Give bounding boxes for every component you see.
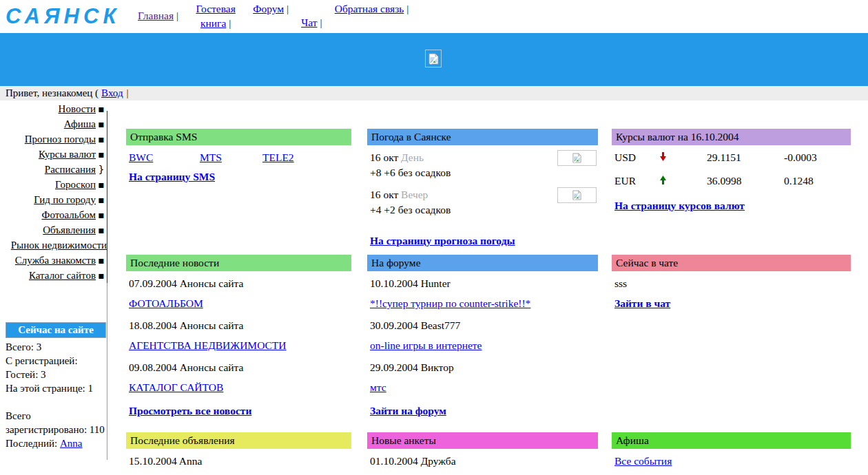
nav-item-guestbook: Гостевая книга| bbox=[191, 1, 240, 30]
afisha-clipped-link[interactable]: И bbox=[614, 472, 851, 475]
online-on-this-page: На этой странице: 1 bbox=[6, 381, 110, 395]
forum-date: 30.09.2004 bbox=[370, 319, 418, 331]
nav-item-forum: Форум| bbox=[253, 1, 289, 16]
weather-row-day: 16 окт День +8 +6 без осадков bbox=[370, 150, 598, 180]
sidebar-divider-line bbox=[107, 111, 107, 283]
profile-date: 01.10.2004 bbox=[370, 455, 418, 467]
sidebar-link-photoalbum[interactable]: Фотоальбом bbox=[42, 207, 96, 222]
panel-news-header: Последние новости bbox=[126, 255, 351, 271]
chat-users: sss bbox=[614, 276, 851, 291]
nav-separator: | bbox=[287, 3, 289, 14]
all-news-link[interactable]: Просмотреть все новости bbox=[129, 403, 251, 419]
last-registered-label: Последний: bbox=[6, 438, 57, 449]
forum-author: Beast777 bbox=[421, 319, 461, 331]
sms-operator-links: BWC MTS TELE2 bbox=[129, 150, 351, 165]
panel-currency: Курсы валют на 16.10.2004 USD 29.1151 -0… bbox=[612, 129, 851, 213]
forum-topic-link[interactable]: мтс bbox=[370, 381, 386, 393]
panel-profiles-header: Новые анкеты bbox=[367, 432, 598, 449]
nav-link-feedback[interactable]: Обратная связь bbox=[335, 3, 404, 14]
nav-item-chat: Чат| bbox=[301, 15, 322, 30]
sidebar-item-currency[interactable]: Курсы валют▪ bbox=[0, 147, 108, 162]
panel-afisha: Афиша Все события И bbox=[612, 432, 851, 475]
sidebar-link-dating[interactable]: Служба знакомств bbox=[15, 253, 96, 268]
panel-chat-header: Сейчас в чате bbox=[612, 255, 851, 271]
panel-classifieds: Последние объявления 15.10.2004 Anna bbox=[126, 432, 351, 474]
square-bullet-icon: ▪ bbox=[96, 131, 107, 147]
sidebar-link-currency[interactable]: Курсы валют bbox=[39, 147, 96, 162]
arrow-up-icon bbox=[660, 173, 707, 189]
sidebar-item-city-guide[interactable]: Гид по городу▪ bbox=[0, 192, 108, 207]
forum-topic-link[interactable]: *!!супер турнир по counter-strike!!* bbox=[370, 297, 530, 309]
broken-image-icon bbox=[425, 50, 442, 67]
online-total: Всего: 3 bbox=[6, 340, 110, 354]
all-events-link[interactable]: Все события bbox=[614, 455, 672, 467]
banner bbox=[0, 33, 868, 86]
news-link[interactable]: АГЕНТСТВА НЕДВИЖИМОСТИ bbox=[129, 339, 287, 351]
sidebar-link-horoscope[interactable]: Гороскоп bbox=[55, 177, 96, 192]
page: САЯНСК Главная| Гостевая книга| Форум| Ч… bbox=[0, 0, 868, 475]
sidebar-item-classifieds[interactable]: Объявления▪ bbox=[0, 222, 108, 237]
nav-item-feedback: Обратная связь| bbox=[335, 1, 409, 16]
sms-page-link[interactable]: На страницу SMS bbox=[129, 169, 215, 184]
panel-classifieds-header: Последние объявления bbox=[126, 432, 351, 449]
total-registered: Всего зарегистрировано: 110 bbox=[6, 409, 110, 436]
weather-broken-image-icon bbox=[557, 150, 597, 166]
currency-change: 0.1248 bbox=[784, 173, 814, 189]
sidebar-link-schedules[interactable]: Расписания bbox=[45, 162, 96, 177]
nav-link-chat[interactable]: Чат bbox=[301, 17, 317, 28]
sms-link-tele2[interactable]: TELE2 bbox=[262, 150, 294, 165]
weather-date: 16 окт bbox=[370, 189, 398, 200]
profile-name: Дружба bbox=[421, 455, 456, 467]
forum-topic-link[interactable]: on-line игры в интернете bbox=[370, 339, 482, 351]
go-to-forum-link[interactable]: Зайти на форум bbox=[370, 403, 446, 419]
sms-link-mts[interactable]: MTS bbox=[200, 150, 262, 165]
sidebar-menu: Новости▪ Афиша▪ Прогноз погоды▪ Курсы ва… bbox=[0, 101, 108, 283]
sidebar-link-site-catalog[interactable]: Каталог сайтов bbox=[29, 268, 96, 283]
sidebar-item-photoalbum[interactable]: Фотоальбом▪ bbox=[0, 207, 108, 222]
weather-page-link[interactable]: На страницу прогноза погоды bbox=[370, 233, 515, 249]
nav-link-home[interactable]: Главная bbox=[138, 10, 174, 21]
sms-link-bwc[interactable]: BWC bbox=[129, 150, 200, 165]
top-nav: Главная| Гостевая книга| Форум| Чат| Обр… bbox=[138, 0, 422, 33]
square-bullet-icon: ▪ bbox=[96, 192, 107, 207]
news-link[interactable]: ФОТОАЛЬБОМ bbox=[129, 297, 203, 309]
forum-item: 29.09.2004 Виктор мтс bbox=[370, 360, 598, 395]
profile-item: 01.10.2004 Дружба bbox=[370, 454, 598, 469]
nav-link-forum[interactable]: Форум bbox=[253, 3, 284, 14]
news-item: 18.08.2004 Анонсы сайта АГЕНТСТВА НЕДВИЖ… bbox=[129, 318, 351, 353]
sidebar-link-afisha[interactable]: Афиша bbox=[64, 116, 96, 131]
sidebar-link-news[interactable]: Новости bbox=[59, 101, 96, 116]
sidebar-item-news[interactable]: Новости▪ bbox=[0, 101, 108, 116]
square-bullet-icon: ▪ bbox=[96, 207, 107, 222]
sidebar-item-dating[interactable]: Служба знакомств▪ bbox=[0, 253, 108, 268]
weather-row-evening: 16 окт Вечер +4 +2 без осадков bbox=[370, 187, 598, 218]
sidebar-item-site-catalog[interactable]: Каталог сайтов▪ bbox=[0, 268, 108, 283]
square-bullet-icon: ▪ bbox=[96, 116, 107, 131]
sidebar-item-weather[interactable]: Прогноз погоды▪ bbox=[0, 131, 108, 147]
panel-sms: Отправка SMS BWC MTS TELE2 На страницу S… bbox=[126, 129, 351, 184]
top-header: САЯНСК Главная| Гостевая книга| Форум| Ч… bbox=[0, 0, 868, 33]
sidebar-link-city-guide[interactable]: Гид по городу bbox=[34, 192, 96, 207]
news-link[interactable]: КАТАЛОГ САЙТОВ bbox=[129, 381, 223, 393]
forum-date: 29.09.2004 bbox=[370, 361, 418, 373]
last-registered-user-link[interactable]: Anna bbox=[60, 438, 83, 449]
currency-page-link[interactable]: На страницу курсов валют bbox=[614, 198, 745, 213]
news-source: Анонсы сайта bbox=[180, 319, 244, 331]
sidebar-item-schedules[interactable]: Расписания} bbox=[0, 162, 108, 177]
forum-item: 10.10.2004 Hunter *!!супер турнир по cou… bbox=[370, 276, 598, 311]
sidebar-item-afisha[interactable]: Афиша▪ bbox=[0, 116, 108, 131]
greeting-text: Привет, незнакомец ( bbox=[6, 87, 99, 98]
login-link[interactable]: Вход bbox=[101, 87, 123, 98]
weather-row-evening-text: 16 окт Вечер +4 +2 без осадков bbox=[370, 187, 451, 218]
sidebar-link-classifieds[interactable]: Объявления bbox=[43, 222, 96, 237]
panel-weather-header: Погода в Саянске bbox=[367, 129, 598, 145]
go-to-chat-link[interactable]: Зайти в чат bbox=[614, 296, 670, 311]
classified-item: 15.10.2004 Anna bbox=[129, 454, 351, 469]
sidebar-link-weather[interactable]: Прогноз погоды bbox=[25, 131, 96, 147]
sidebar-link-realty[interactable]: Рынок недвижимости bbox=[11, 237, 107, 253]
online-stats: Всего: 3 С регистрацией: Гостей: 3 На эт… bbox=[6, 340, 110, 450]
sidebar-item-horoscope[interactable]: Гороскоп▪ bbox=[0, 177, 108, 192]
currency-rate: 36.0998 bbox=[707, 173, 784, 189]
sidebar-item-realty[interactable]: Рынок недвижимости bbox=[0, 237, 108, 253]
weather-date: 16 окт bbox=[370, 151, 398, 163]
